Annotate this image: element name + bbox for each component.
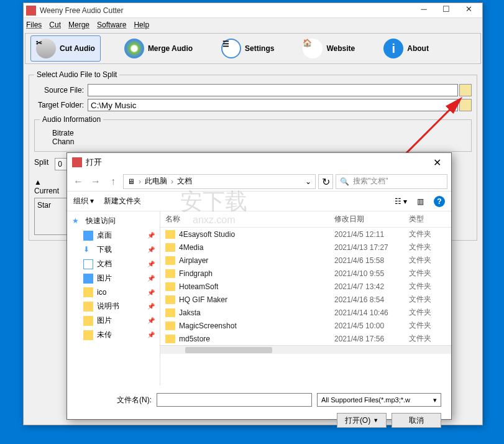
document-icon (83, 259, 93, 269)
file-row[interactable]: Airplayer2021/4/6 15:58文件夹 (160, 254, 451, 267)
col-date[interactable]: 修改日期 (334, 214, 409, 224)
menu-merge[interactable]: Merge (68, 21, 89, 29)
folder-icon (165, 230, 175, 239)
file-header[interactable]: 名称 修改日期 类型 (160, 211, 451, 228)
back-button[interactable]: ← (71, 174, 86, 189)
new-folder-button[interactable]: 新建文件夹 (104, 196, 141, 206)
target-label: Target Folder: (34, 101, 84, 109)
folder-icon (83, 330, 93, 340)
folder-icon (165, 282, 175, 291)
up-button[interactable]: ↑ (106, 174, 121, 189)
split-legend: Select Audio File to Split (34, 70, 119, 79)
app-icon (26, 6, 36, 16)
menu-files[interactable]: Files (26, 21, 42, 29)
cd-icon (124, 39, 144, 58)
menu-software[interactable]: Software (97, 21, 126, 29)
sidebar-pictures[interactable]: 图片📌 (67, 271, 160, 285)
sidebar-pictures2[interactable]: 图片📌 (67, 313, 160, 328)
filename-input[interactable] (157, 393, 312, 407)
menu-cut[interactable]: Cut (49, 21, 61, 29)
refresh-button[interactable]: ↻ (318, 174, 333, 189)
titlebar[interactable]: Weeny Free Audio Cutter ─ ☐ ✕ (24, 3, 482, 18)
dialog-title: 打开 (86, 157, 428, 168)
col-type[interactable]: 类型 (409, 214, 446, 224)
sidebar-downloads[interactable]: ⬇下载📌 (67, 243, 160, 257)
sidebar-ico[interactable]: ico📌 (67, 285, 160, 299)
about-button[interactable]: i About (378, 36, 434, 61)
audio-info-legend: Audio Information (40, 115, 103, 124)
settings-button[interactable]: ☰ Settings (216, 36, 279, 61)
folder-icon (83, 287, 93, 297)
source-input[interactable] (88, 84, 458, 96)
folder-icon (165, 308, 175, 317)
cancel-button[interactable]: 取消 (392, 413, 441, 428)
col-name[interactable]: 名称 (165, 214, 334, 224)
search-input[interactable]: 🔍 搜索"文档" (336, 174, 447, 189)
open-button[interactable]: 打开(O)▼ (337, 413, 387, 428)
file-row[interactable]: HoteamSoft2021/4/7 13:42文件夹 (160, 280, 451, 293)
chevron-down-icon[interactable]: ⌄ (305, 177, 311, 186)
view-button[interactable]: ☷ ▾ (395, 197, 407, 206)
bc-pc[interactable]: 此电脑 (145, 176, 167, 187)
folder-icon (165, 243, 175, 252)
split-label: Split (34, 158, 48, 170)
nav-row: ← → ↑ 🖥 › 此电脑 › 文档 ⌄ ↻ 🔍 搜索"文档" (67, 172, 451, 192)
dialog-titlebar[interactable]: 打开 ✕ (67, 153, 451, 172)
target-input[interactable] (88, 99, 458, 111)
preview-button[interactable]: ▥ (417, 197, 424, 206)
start-label: Star (37, 201, 51, 210)
file-row[interactable]: MagicScreenshot2021/4/5 10:00文件夹 (160, 319, 451, 332)
menubar: Files Cut Merge Software Help (24, 18, 482, 32)
file-list: 名称 修改日期 类型 4Esaysoft Studio2021/4/5 12:1… (160, 211, 451, 386)
folder-icon (165, 269, 175, 278)
monitor-icon (83, 231, 93, 241)
organize-row: 组织 ▾ 新建文件夹 ☷ ▾ ▥ ? (67, 192, 451, 211)
sidebar-documents[interactable]: 文档📌 (67, 257, 160, 271)
filename-label: 文件名(N): (77, 395, 152, 405)
file-row[interactable]: 4Esaysoft Studio2021/4/5 12:11文件夹 (160, 228, 451, 241)
gear-icon: ☰ (221, 39, 241, 58)
minimize-button[interactable]: ─ (413, 3, 435, 18)
star-icon: ★ (72, 216, 82, 226)
sidebar-manual[interactable]: 说明书📌 (67, 299, 160, 313)
organize-button[interactable]: 组织 ▾ (73, 196, 94, 206)
scissors-icon: ✂ (36, 39, 56, 58)
folder-icon (165, 256, 175, 265)
file-row[interactable]: HQ GIF Maker2021/4/16 8:54文件夹 (160, 293, 451, 306)
menu-help[interactable]: Help (134, 21, 149, 29)
sidebar-desktop[interactable]: 桌面📌 (67, 228, 160, 243)
file-row[interactable]: md5store2021/4/8 17:56文件夹 (160, 332, 451, 345)
search-icon: 🔍 (340, 177, 349, 186)
file-row[interactable]: Findgraph2021/4/10 9:55文件夹 (160, 267, 451, 280)
channel-label: Chann (52, 137, 466, 146)
source-label: Source File: (34, 86, 84, 95)
folder-icon (83, 302, 93, 312)
folder-icon (165, 295, 175, 304)
horizontal-scrollbar[interactable] (160, 345, 451, 354)
maximize-button[interactable]: ☐ (435, 3, 457, 18)
filetype-select[interactable]: All Supported Files(*.mp3;*.w▾ (317, 393, 441, 407)
dialog-close-button[interactable]: ✕ (428, 157, 446, 169)
dialog-icon (72, 157, 82, 167)
target-browse-button[interactable] (459, 99, 472, 111)
picture-icon (83, 274, 93, 284)
file-row[interactable]: Jaksta2021/4/14 10:46文件夹 (160, 306, 451, 319)
forward-button[interactable]: → (88, 174, 103, 189)
window-title: Weeny Free Audio Cutter (40, 6, 413, 15)
sidebar-quick-access[interactable]: ★快速访问 (67, 214, 160, 228)
folder-icon (165, 335, 175, 343)
file-row[interactable]: 4Media2021/4/13 17:27文件夹 (160, 241, 451, 254)
close-button[interactable]: ✕ (457, 3, 480, 18)
source-browse-button[interactable] (459, 84, 472, 96)
merge-audio-button[interactable]: Merge Audio (119, 36, 198, 61)
info-icon: i (383, 39, 403, 58)
sidebar-untrans[interactable]: 未传📌 (67, 328, 160, 342)
pc-icon: 🖥 (127, 177, 135, 186)
help-icon[interactable]: ? (434, 196, 445, 207)
cut-audio-button[interactable]: ✂ Cut Audio (30, 35, 101, 62)
bc-folder[interactable]: 文档 (177, 176, 192, 187)
breadcrumb[interactable]: 🖥 › 此电脑 › 文档 ⌄ (123, 174, 316, 189)
website-button[interactable]: 🏠 Website (298, 36, 360, 61)
sidebar: ★快速访问 桌面📌 ⬇下载📌 文档📌 图片📌 ico📌 说明书📌 图片📌 未传📌 (67, 211, 160, 386)
toolbar: ✂ Cut Audio Merge Audio ☰ Settings 🏠 Web… (25, 33, 481, 64)
